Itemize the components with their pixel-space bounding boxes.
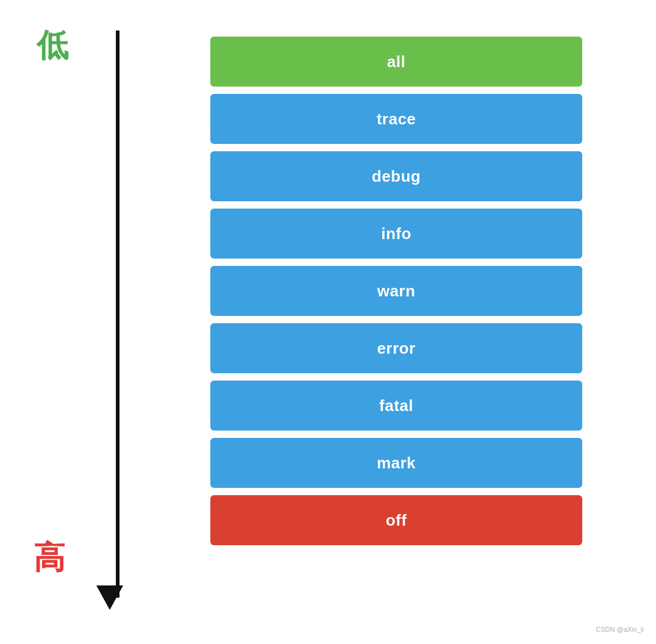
level-item-trace: trace: [210, 94, 582, 144]
page-container: 低 高 all trace debug info warn error fata…: [0, 0, 656, 644]
level-item-debug: debug: [210, 151, 582, 201]
level-item-error: error: [210, 323, 582, 373]
level-item-off: off: [210, 495, 582, 545]
level-item-all: all: [210, 37, 582, 87]
levels-list: all trace debug info warn error fatal ma…: [210, 37, 582, 545]
level-item-warn: warn: [210, 266, 582, 316]
watermark: CSDN @aXin_li: [596, 626, 644, 633]
arrow-head: [96, 585, 123, 610]
level-item-mark: mark: [210, 438, 582, 488]
arrow-shaft: [116, 30, 119, 598]
label-high: 高: [34, 537, 65, 579]
label-low: 低: [37, 24, 68, 67]
level-item-info: info: [210, 209, 582, 259]
level-item-fatal: fatal: [210, 381, 582, 431]
